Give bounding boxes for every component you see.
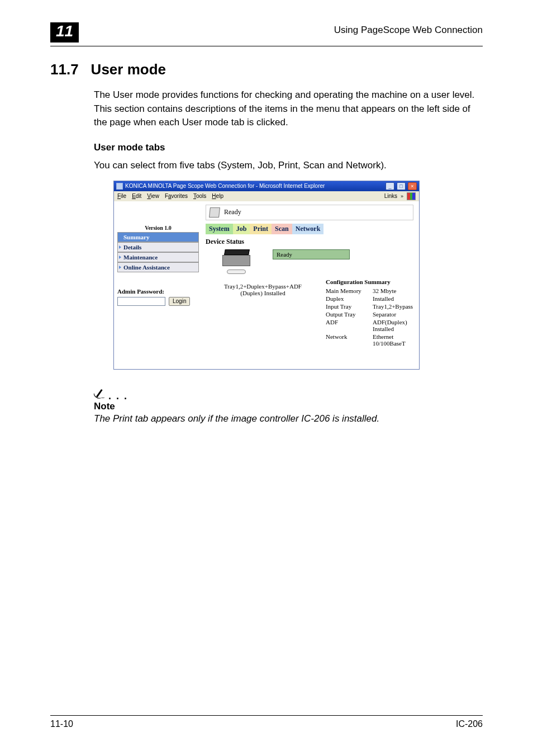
config-key-output-tray: Output Tray <box>326 311 369 318</box>
sidebar: Version 1.0 Summary Details Maintenance … <box>114 201 202 369</box>
chapter-badge: 11 <box>50 22 79 42</box>
footer-page-number: 11-10 <box>50 719 73 729</box>
config-val-main-memory: 32 Mbyte <box>373 287 413 294</box>
config-key-duplex: Duplex <box>326 295 369 302</box>
note-label: Note <box>94 401 483 412</box>
window-title: KONICA MINOLTA Page Scope Web Connection… <box>125 183 325 189</box>
configuration-summary-heading: Configuration Summary <box>326 278 413 285</box>
configuration-grid: Main Memory 32 Mbyte Duplex Installed In… <box>326 287 413 347</box>
browser-menubar: File Edit View Favorites Tools Help Link… <box>114 191 419 201</box>
ready-status-box: Ready <box>273 249 350 259</box>
minimize-button[interactable]: _ <box>386 182 394 190</box>
menu-view[interactable]: View <box>147 193 159 199</box>
content-pane: Ready System Job Print Scan Network Devi… <box>202 201 419 369</box>
close-button[interactable]: × <box>408 182 417 190</box>
menu-file[interactable]: File <box>117 193 126 199</box>
device-illustration <box>206 249 267 275</box>
sidebar-item-online-assistance[interactable]: Online Assistance <box>117 262 199 272</box>
header-rule <box>50 46 483 46</box>
config-key-adf: ADF <box>326 319 369 332</box>
tab-scan[interactable]: Scan <box>272 224 292 234</box>
device-status-heading: Device Status <box>206 238 413 246</box>
menu-help[interactable]: Help <box>212 193 223 199</box>
status-banner: Ready <box>206 205 413 220</box>
config-val-adf: ADF(Duplex) Installed <box>373 319 413 332</box>
chevron-right-icon[interactable]: » <box>401 193 403 199</box>
menu-tools[interactable]: Tools <box>193 193 206 199</box>
subheading-user-mode-tabs: User mode tabs <box>94 142 483 153</box>
tab-network[interactable]: Network <box>292 224 324 234</box>
maximize-button[interactable]: □ <box>397 182 406 190</box>
login-button[interactable]: Login <box>169 297 190 306</box>
version-label: Version 1.0 <box>117 225 199 231</box>
tab-job[interactable]: Job <box>233 224 250 234</box>
printer-status-icon <box>209 207 220 218</box>
note-icon <box>94 386 106 399</box>
config-val-output-tray: Separator <box>373 311 413 318</box>
menu-edit[interactable]: Edit <box>132 193 141 199</box>
note-text: The Print tab appears only if the image … <box>94 413 483 424</box>
browser-window: KONICA MINOLTA Page Scope Web Connection… <box>113 181 420 370</box>
windows-flag-icon <box>407 192 416 200</box>
config-val-duplex: Installed <box>373 295 413 302</box>
config-key-network: Network <box>326 333 369 347</box>
ellipsis-icon: . . . <box>108 393 128 399</box>
window-titlebar: KONICA MINOLTA Page Scope Web Connection… <box>114 181 419 191</box>
footer-model: IC-206 <box>456 719 483 729</box>
tab-system[interactable]: System <box>206 224 233 234</box>
section-number: 11.7 <box>50 61 79 78</box>
config-val-network: Ethernet 10/100BaseT <box>373 333 413 347</box>
config-key-main-memory: Main Memory <box>326 287 369 294</box>
admin-password-input[interactable] <box>117 297 165 306</box>
tab-print[interactable]: Print <box>250 224 272 234</box>
links-label[interactable]: Links <box>384 193 397 199</box>
subheading-text: You can select from five tabs (System, J… <box>94 159 483 173</box>
status-text: Ready <box>224 208 241 216</box>
tab-strip: System Job Print Scan Network <box>206 224 413 234</box>
admin-password-label: Admin Password: <box>117 288 199 295</box>
section-title: User mode <box>91 61 166 78</box>
config-val-input-tray: Tray1,2+Bypass <box>373 303 413 310</box>
section-intro: The User mode provides functions for che… <box>94 88 483 130</box>
printer-icon <box>219 249 254 275</box>
page-footer: 11-10 IC-206 <box>50 715 483 729</box>
breadcrumb: Using PageScope Web Connection <box>334 22 483 36</box>
sidebar-item-details[interactable]: Details <box>117 242 199 252</box>
ie-icon <box>116 183 123 190</box>
config-key-input-tray: Input Tray <box>326 303 369 310</box>
sidebar-item-maintenance[interactable]: Maintenance <box>117 252 199 262</box>
sidebar-item-summary[interactable]: Summary <box>117 232 199 242</box>
tray-config-text: Tray1,2+Duplex+Bypass+ADF (Duplex) Insta… <box>206 278 320 347</box>
menu-favorites[interactable]: Favorites <box>165 193 188 199</box>
